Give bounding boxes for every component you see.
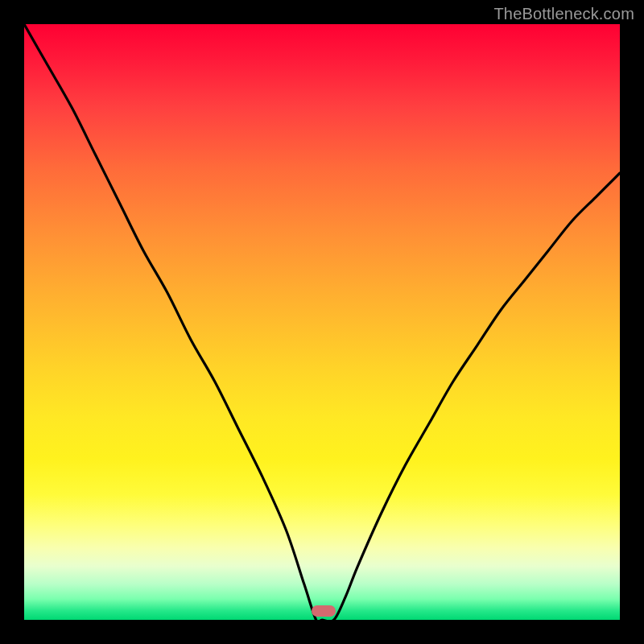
bottleneck-curve — [24, 24, 620, 620]
watermark-text: TheBottleneck.com — [493, 5, 634, 23]
plot-area — [24, 24, 620, 620]
chart-frame: TheBottleneck.com — [0, 0, 644, 644]
optimal-marker — [312, 605, 336, 617]
